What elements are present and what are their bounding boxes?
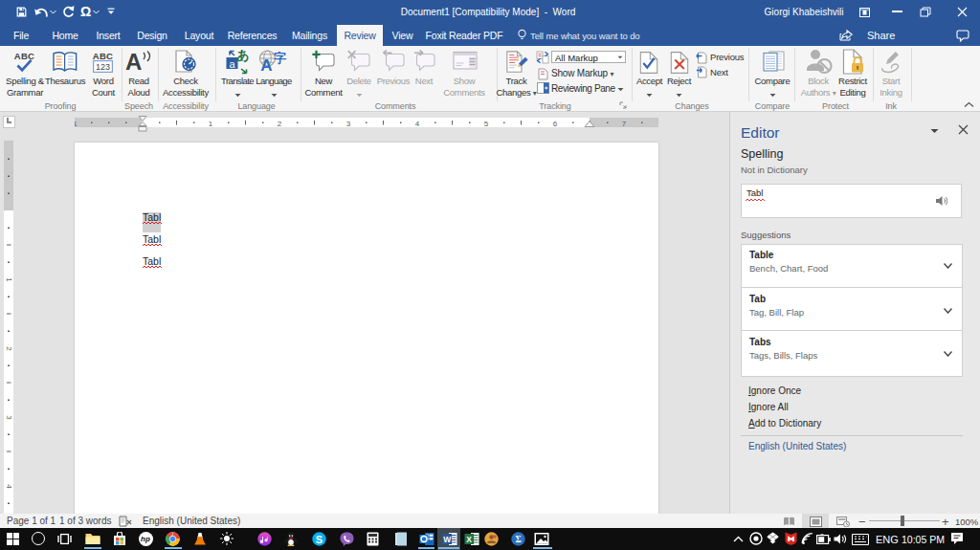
svg-text:1: 1 [5, 277, 13, 282]
svg-text:2: 2 [5, 346, 13, 351]
svg-text:1: 1 [75, 120, 78, 127]
svg-text:5: 5 [484, 120, 489, 127]
svg-text:7: 7 [622, 120, 627, 127]
svg-text:W: W [443, 535, 452, 544]
svg-text:A: A [260, 56, 272, 75]
svg-text:123: 123 [96, 62, 110, 72]
svg-text:あ: あ [236, 50, 249, 62]
svg-text:4: 4 [5, 484, 13, 489]
svg-text:a: a [229, 58, 235, 70]
svg-text:1: 1 [209, 120, 213, 127]
svg-text:X: X [466, 535, 472, 544]
svg-text:字: 字 [274, 51, 286, 65]
svg-text:3: 3 [346, 120, 351, 127]
svg-text:2: 2 [278, 120, 282, 127]
svg-text:Σ: Σ [515, 535, 521, 544]
svg-text:3: 3 [5, 415, 13, 420]
svg-text:6: 6 [553, 120, 558, 127]
svg-text:S: S [316, 534, 323, 545]
svg-text:4: 4 [415, 120, 420, 127]
